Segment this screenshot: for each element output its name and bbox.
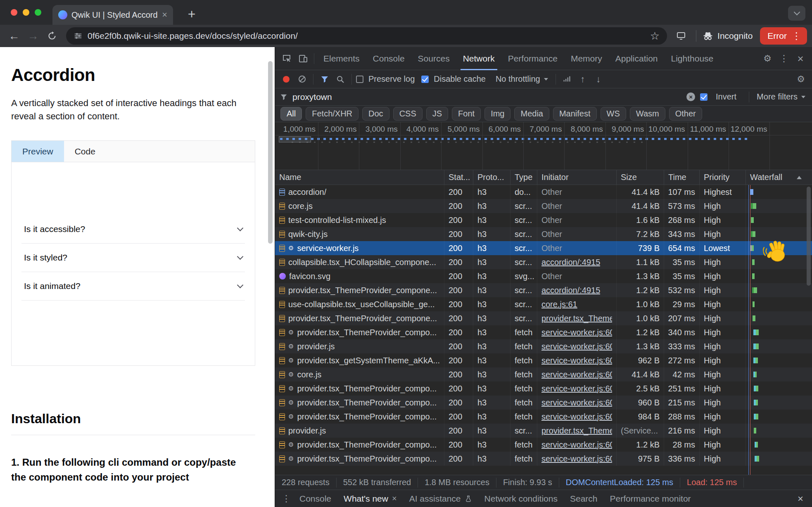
initiator-link[interactable]: core.js:61 bbox=[541, 300, 577, 309]
column-header-protocol[interactable]: Proto... bbox=[473, 170, 510, 185]
table-row[interactable]: ⚙core.js200h3fetchservice-worker.js:6041… bbox=[275, 367, 812, 381]
devtools-tab-performance[interactable]: Performance bbox=[501, 47, 564, 70]
table-row[interactable]: ⚙provider.tsx_ThemeProvider_compo...200h… bbox=[275, 381, 812, 396]
devtools-settings-button[interactable]: ⚙ bbox=[759, 50, 776, 68]
filter-chip-font[interactable]: Font bbox=[452, 107, 481, 121]
browser-tab[interactable]: Qwik UI | Styled Accordion Co × bbox=[52, 5, 173, 25]
url-text[interactable]: 0f6e2f0b.qwik-ui-site.pages.dev/docs/sty… bbox=[88, 31, 645, 41]
column-header-time[interactable]: Time bbox=[664, 170, 700, 185]
table-row[interactable]: ⚙service-worker.js200h3scr...Other739 B6… bbox=[275, 241, 812, 255]
filter-chip-fetch-xhr[interactable]: Fetch/XHR bbox=[306, 107, 359, 121]
devtools-tab-lighthouse[interactable]: Lighthouse bbox=[664, 47, 720, 70]
accordion-trigger-animated[interactable]: Is it animated? bbox=[21, 272, 245, 301]
back-button[interactable]: ← bbox=[5, 27, 23, 45]
filter-chip-doc[interactable]: Doc bbox=[362, 107, 389, 121]
reload-button[interactable] bbox=[43, 27, 61, 45]
table-row[interactable]: use-collapsible.tsx_useCollapsible_ge...… bbox=[275, 297, 812, 311]
devtools-tab-console[interactable]: Console bbox=[366, 47, 411, 70]
tab-search-button[interactable] bbox=[788, 6, 805, 21]
drawer-menu-button[interactable]: ⋮ bbox=[279, 492, 293, 506]
column-header-name[interactable]: Name bbox=[275, 170, 444, 185]
inspect-element-button[interactable] bbox=[278, 50, 295, 68]
initiator-link[interactable]: service-worker.js:60 bbox=[541, 328, 612, 337]
drawer-tab-what-s-new[interactable]: What's new× bbox=[337, 490, 403, 507]
minimize-window-button[interactable] bbox=[23, 9, 29, 16]
initiator-link[interactable]: accordion/:4915 bbox=[541, 258, 600, 267]
maximize-window-button[interactable] bbox=[35, 9, 41, 16]
close-window-button[interactable] bbox=[11, 9, 17, 16]
table-row[interactable]: ⚙provider.tsx_ThemeProvider_compo...200h… bbox=[275, 438, 812, 452]
filter-chip-all[interactable]: All bbox=[280, 107, 302, 121]
filter-chip-media[interactable]: Media bbox=[514, 107, 549, 121]
devtools-tab-elements[interactable]: Elements bbox=[317, 47, 366, 70]
network-conditions-button[interactable] bbox=[560, 72, 574, 86]
devtools-tab-network[interactable]: Network bbox=[456, 47, 501, 70]
error-menu-icon[interactable]: ⋮ bbox=[790, 31, 803, 42]
preserve-log-checkbox[interactable] bbox=[356, 76, 363, 83]
initiator-link[interactable]: provider.tsx_ThemeF bbox=[541, 426, 612, 436]
initiator-link[interactable]: service-worker.js:60 bbox=[541, 398, 612, 407]
send-to-device-button[interactable] bbox=[672, 27, 690, 45]
initiator-link[interactable]: service-worker.js:60 bbox=[541, 342, 612, 351]
devtools-menu-button[interactable]: ⋮ bbox=[776, 50, 792, 68]
more-filters-button[interactable]: More filters bbox=[757, 92, 805, 102]
filter-chip-css[interactable]: CSS bbox=[393, 107, 423, 121]
initiator-link[interactable]: provider.tsx_ThemeF bbox=[541, 314, 612, 323]
table-row[interactable]: core.js200h3scr...Other41.4 kB573 msHigh bbox=[275, 199, 812, 213]
bookmark-star-icon[interactable]: ☆ bbox=[650, 30, 660, 43]
table-row[interactable]: ⚙provider.tsx_ThemeProvider_compo...200h… bbox=[275, 396, 812, 410]
initiator-link[interactable]: accordion/:4915 bbox=[541, 286, 600, 295]
table-row[interactable]: provider.tsx_ThemeProvider_compone...200… bbox=[275, 283, 812, 297]
filter-chip-other[interactable]: Other bbox=[669, 107, 702, 121]
table-scrollbar[interactable] bbox=[807, 187, 811, 286]
invert-checkbox[interactable] bbox=[700, 93, 708, 101]
devtools-close-button[interactable]: × bbox=[792, 50, 809, 68]
table-row[interactable]: qwik-city.js200h3scr...Other7.2 kB343 ms… bbox=[275, 227, 812, 241]
table-row[interactable]: ⚙provider.js200h3fetchservice-worker.js:… bbox=[275, 339, 812, 353]
table-row[interactable]: test-controlled-list-mixed.js200h3scr...… bbox=[275, 213, 812, 227]
close-icon[interactable]: × bbox=[392, 494, 397, 503]
column-header-priority[interactable]: Priority bbox=[700, 170, 746, 185]
import-har-button[interactable]: ↑ bbox=[576, 72, 590, 86]
drawer-tab-console[interactable]: Console bbox=[293, 490, 337, 507]
initiator-link[interactable]: service-worker.js:60 bbox=[541, 356, 612, 365]
devtools-tab-application[interactable]: Application bbox=[609, 47, 665, 70]
column-header-initiator[interactable]: Initiator bbox=[537, 170, 617, 185]
devtools-tab-memory[interactable]: Memory bbox=[564, 47, 609, 70]
accordion-trigger-styled[interactable]: Is it styled? bbox=[21, 244, 245, 272]
search-network-button[interactable] bbox=[333, 72, 347, 86]
column-header-size[interactable]: Size bbox=[617, 170, 664, 185]
clear-filter-icon[interactable]: × bbox=[686, 92, 695, 101]
filter-chip-wasm[interactable]: Wasm bbox=[630, 107, 665, 121]
table-row[interactable]: ⚙provider.tsx_getSystemTheme_aKkA...200h… bbox=[275, 353, 812, 367]
column-header-type[interactable]: Type bbox=[510, 170, 537, 185]
drawer-tab-ai-assistance[interactable]: AI assistance bbox=[403, 490, 478, 507]
new-tab-button[interactable]: + bbox=[183, 6, 200, 22]
filter-chip-manifest[interactable]: Manifest bbox=[553, 107, 597, 121]
filter-chip-js[interactable]: JS bbox=[426, 107, 448, 121]
forward-button[interactable]: → bbox=[24, 27, 42, 45]
page-scrollbar[interactable] bbox=[268, 61, 273, 244]
drawer-tab-search[interactable]: Search bbox=[564, 490, 604, 507]
filter-input[interactable] bbox=[292, 92, 681, 102]
network-overview-timeline[interactable]: 1,000 ms2,000 ms3,000 ms4,000 ms5,000 ms… bbox=[275, 122, 812, 170]
disable-cache-checkbox[interactable] bbox=[421, 76, 429, 83]
export-har-button[interactable]: ↓ bbox=[591, 72, 605, 86]
table-row[interactable]: provider.tsx_ThemeProvider_compone...200… bbox=[275, 311, 812, 325]
drawer-tab-network-conditions[interactable]: Network conditions bbox=[478, 490, 564, 507]
device-toolbar-button[interactable] bbox=[295, 50, 311, 68]
error-button[interactable]: Error ⋮ bbox=[760, 27, 807, 45]
table-row[interactable]: ⚙provider.tsx_ThemeProvider_compo...200h… bbox=[275, 452, 812, 466]
devtools-tab-sources[interactable]: Sources bbox=[411, 47, 456, 70]
address-bar[interactable]: 0f6e2f0b.qwik-ui-site.pages.dev/docs/sty… bbox=[66, 27, 667, 45]
clear-network-log-button[interactable] bbox=[295, 72, 309, 86]
drawer-close-button[interactable]: × bbox=[793, 491, 808, 506]
initiator-link[interactable]: service-worker.js:60 bbox=[541, 370, 612, 379]
tab-close-icon[interactable]: × bbox=[162, 10, 167, 19]
accordion-trigger-accessible[interactable]: Is it accessible? bbox=[21, 215, 245, 244]
filter-chip-img[interactable]: Img bbox=[484, 107, 510, 121]
filter-chip-ws[interactable]: WS bbox=[601, 107, 626, 121]
drawer-tab-performance-monitor[interactable]: Performance monitor bbox=[604, 490, 697, 507]
initiator-link[interactable]: service-worker.js:60 bbox=[541, 454, 612, 464]
network-settings-button[interactable]: ⚙ bbox=[794, 72, 808, 86]
